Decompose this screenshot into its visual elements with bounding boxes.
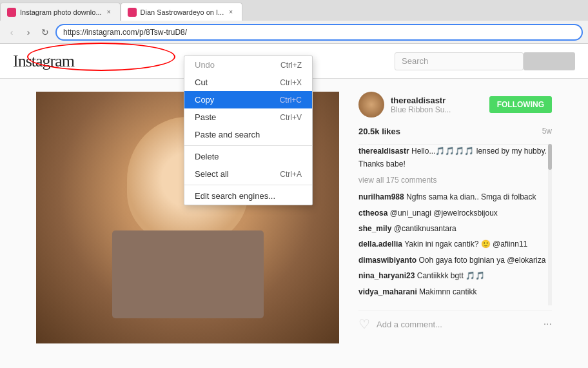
ctx-copy-shortcut: Ctrl+C (280, 96, 302, 105)
ig-right-panel: therealdisastr Blue Ribbon Su... FOLLOWI… (358, 92, 552, 355)
ctx-separator-1 (184, 145, 312, 146)
tab-1[interactable]: Instagram photo downlo... × (0, 3, 121, 21)
comment-3-user[interactable]: she_mily (358, 224, 391, 233)
ctx-paste-label: Paste (195, 112, 280, 122)
ctx-cut-shortcut: Ctrl+X (280, 78, 302, 87)
ctx-delete-label: Delete (195, 152, 302, 161)
ig-search-box[interactable]: Search (395, 52, 524, 70)
comment-2-text: @uni_unagi @jewelrocksbijoux (390, 209, 498, 218)
ig-likes-count: 20.5k likes (358, 127, 400, 136)
tab-1-title: Instagram photo downlo... (20, 8, 102, 16)
comment-1: nurilham988 Ngfns sama ka dian.. Smga di… (358, 190, 552, 203)
ig-add-comment-row: ♡ Add a comment... ··· (358, 311, 552, 332)
comment-5-user[interactable]: dimaswibiyanto (358, 256, 416, 265)
refresh-button[interactable]: ↻ (39, 26, 52, 39)
ig-comments-list: therealdisastr Hello...🎵🎵🎵🎵 lensed by my… (358, 144, 552, 298)
ctx-select-all[interactable]: Select all Ctrl+A (184, 165, 312, 183)
ig-scrollbar-thumb (548, 144, 552, 170)
comment-6: nina_haryani23 Cantiikkk bgtt 🎵🎵 (358, 269, 552, 282)
ctx-cut-label: Cut (195, 77, 280, 87)
comment-2-user[interactable]: ctheosa (358, 209, 387, 218)
ig-user-subtitle: Blue Ribbon Su... (391, 105, 451, 114)
ig-search-placeholder: Search (402, 56, 428, 66)
ctx-undo-label: Undo (195, 60, 280, 70)
ctx-edit-search-engines-label: Edit search engines... (195, 191, 302, 201)
ig-post-time: 5w (542, 127, 552, 136)
comment-5: dimaswibiyanto Ooh gaya foto bginian ya … (358, 254, 552, 267)
back-button[interactable]: ‹ (5, 26, 18, 39)
add-comment-input[interactable]: Add a comment... (377, 320, 537, 329)
tab-2-title: Dian Sastrowardeyo on I... (141, 8, 224, 16)
ctx-select-all-label: Select all (195, 169, 280, 179)
comment-3-text: @cantiknusantara (394, 224, 456, 233)
forward-button[interactable]: › (22, 26, 35, 39)
comment-5-text: Ooh gaya foto bginian ya @elokariza (418, 256, 545, 265)
address-bar-row: ‹ › ↻ https://instagram.com/p/8Tsw-truD8… (0, 21, 588, 44)
comment-7-text: Makimnn cantikk (419, 287, 476, 296)
address-text: https://instagram.com/p/8Tsw-truD8/ (63, 28, 187, 37)
comment-6-text: Cantiikkk bgtt 🎵🎵 (417, 271, 485, 280)
comment-0: therealdisastr Hello...🎵🎵🎵🎵 lensed by my… (358, 145, 552, 171)
tab-bar: Instagram photo downlo... × Dian Sastrow… (0, 0, 588, 21)
comment-1-text: Ngfns sama ka dian.. Smga di folback (406, 192, 536, 201)
tab-1-favicon (7, 8, 16, 17)
comment-0-user[interactable]: therealdisastr (358, 147, 409, 156)
ctx-edit-search-engines[interactable]: Edit search engines... (184, 187, 312, 205)
instagram-logo: Instagram (13, 52, 74, 71)
comment-4-text: Yakin ini ngak cantik? 🙂 @afiinn11 (404, 240, 527, 249)
ig-follow-button[interactable]: FOLLOWING (489, 96, 552, 113)
comment-2: ctheosa @uni_unagi @jewelrocksbijoux (358, 207, 552, 220)
ig-scrollbar[interactable] (548, 144, 552, 305)
more-options-icon[interactable]: ··· (544, 318, 552, 330)
ig-likes-row: 20.5k likes 5w (358, 127, 552, 136)
ig-nav-button (524, 52, 575, 70)
comment-7-user[interactable]: vidya_maharani (358, 287, 417, 296)
ctx-separator-2 (184, 185, 312, 185)
comment-1-user[interactable]: nurilham988 (358, 192, 404, 201)
comment-3: she_mily @cantiknusantara (358, 222, 552, 235)
comment-4: della.adellia Yakin ini ngak cantik? 🙂 @… (358, 238, 552, 250)
browser-frame: Instagram photo downlo... × Dian Sastrow… (0, 0, 588, 368)
context-menu: Undo Ctrl+Z Cut Ctrl+X Copy Ctrl+C Paste… (184, 56, 313, 205)
comment-4-user[interactable]: della.adellia (358, 240, 402, 249)
ctx-copy-label: Copy (195, 95, 280, 105)
ctx-paste-shortcut: Ctrl+V (280, 113, 302, 122)
ctx-cut[interactable]: Cut Ctrl+X (184, 74, 312, 91)
ctx-select-all-shortcut: Ctrl+A (280, 170, 302, 179)
ig-username[interactable]: therealdisastr (391, 96, 451, 105)
ctx-undo-shortcut: Ctrl+Z (280, 61, 302, 70)
ctx-paste-search-label: Paste and search (195, 130, 302, 139)
ig-user-row: therealdisastr Blue Ribbon Su... FOLLOWI… (358, 92, 552, 118)
heart-icon[interactable]: ♡ (358, 316, 370, 332)
address-box[interactable]: https://instagram.com/p/8Tsw-truD8/ (55, 24, 583, 41)
ctx-paste[interactable]: Paste Ctrl+V (184, 108, 312, 126)
ctx-paste-search[interactable]: Paste and search (184, 126, 312, 143)
ctx-delete[interactable]: Delete (184, 148, 312, 165)
ig-avatar (358, 92, 384, 118)
tab-2-close[interactable]: × (226, 8, 235, 17)
comment-7: vidya_maharani Makimnn cantikk (358, 285, 552, 298)
tab-2[interactable]: Dian Sastrowardeyo on I... × (121, 3, 243, 21)
ig-user-info: therealdisastr Blue Ribbon Su... (391, 96, 451, 114)
comment-6-user[interactable]: nina_haryani23 (358, 271, 415, 280)
tab-1-close[interactable]: × (104, 8, 113, 17)
browser-content: Instagram Search therealdisastr (0, 44, 588, 368)
ctx-copy[interactable]: Copy Ctrl+C (184, 91, 312, 108)
ctx-undo[interactable]: Undo Ctrl+Z (184, 56, 312, 74)
ig-comments-container: therealdisastr Hello...🎵🎵🎵🎵 lensed by my… (358, 144, 552, 305)
tab-2-favicon (128, 8, 137, 17)
view-all-comments[interactable]: view all 175 comments (358, 174, 552, 187)
